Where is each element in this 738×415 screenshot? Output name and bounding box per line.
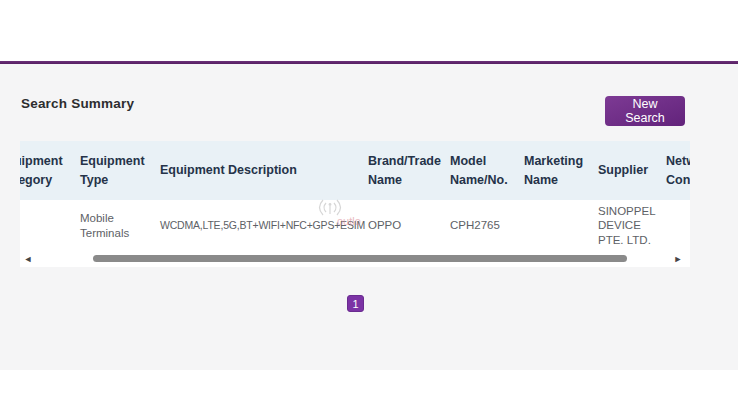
page: Search Summary New Search Equipment Cate… [0,0,738,415]
col-header-equipment-category: Equipment Category [20,141,80,200]
col-header-marketing-name: Marketing Name [524,141,598,200]
scrollbar-thumb[interactable] [93,255,627,262]
horizontal-scrollbar[interactable]: ◄ ► [20,251,690,267]
col-header-model-name-no: Model Name/No. [450,141,524,200]
col-header-equipment-description: Equipment Description [160,141,368,200]
scroll-left-icon[interactable]: ◄ [23,254,33,264]
cell-equipment-type: Mobile Terminals [80,200,160,251]
scroll-right-icon[interactable]: ► [673,254,683,264]
cell-equipment-description: WCDMA,LTE,5G,BT+WIFI+NFC+GPS+ESIM [160,200,368,251]
table-header-row: Equipment Category Equipment Type Equipm… [20,141,690,200]
table-row[interactable]: Mobile Terminals WCDMA,LTE,5G,BT+WIFI+NF… [20,200,690,251]
cell-supplier: SINOPPEL DEVICE PTE. LTD. [598,200,666,251]
pagination-page-1[interactable]: 1 [347,295,364,312]
col-header-brand-trade-name: Brand/Trade Name [368,141,450,200]
new-search-button[interactable]: New Search [605,96,685,126]
cell-brand-trade-name: OPPO [368,200,450,251]
cell-equipment-category [20,200,80,251]
results-table: Equipment Category Equipment Type Equipm… [20,141,690,251]
page-title: Search Summary [21,96,134,111]
col-header-supplier: Supplier [598,141,666,200]
col-header-network-connection: Network Connection [666,141,690,200]
cell-model-name-no: CPH2765 [450,200,524,251]
col-header-equipment-type: Equipment Type [80,141,160,200]
cell-network-connection [666,200,690,251]
cell-marketing-name [524,200,598,251]
